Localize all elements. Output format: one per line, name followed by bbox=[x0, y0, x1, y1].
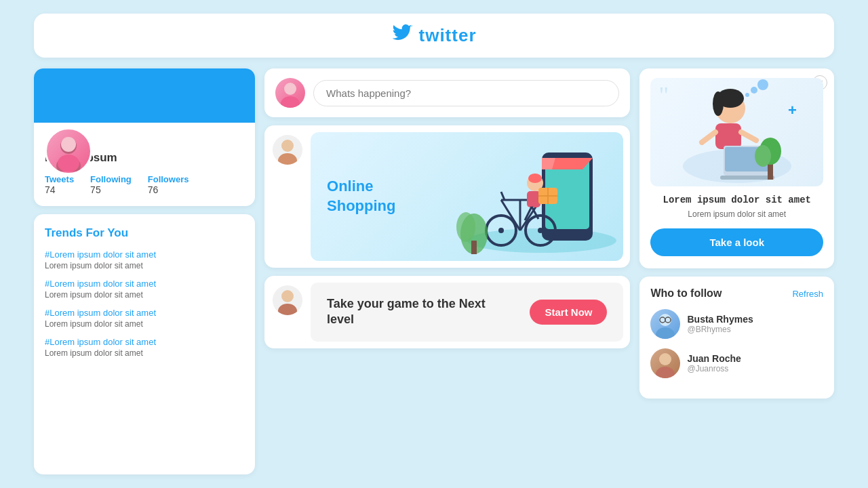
svg-point-38 bbox=[713, 92, 724, 116]
trend-desc-3: Lorem ipsum dolor sit amet bbox=[45, 319, 244, 329]
svg-point-16 bbox=[538, 228, 543, 233]
middle-column: Online Shopping bbox=[264, 68, 630, 474]
follow-title: Who to follow bbox=[650, 287, 722, 300]
follow-avatar-juan bbox=[650, 348, 680, 378]
trend-tag-1: #Lorem ipsum dolor sit amet bbox=[45, 249, 244, 260]
svg-point-47 bbox=[755, 145, 771, 167]
svg-point-2 bbox=[61, 137, 76, 152]
follow-handle-1: @BRhymes bbox=[687, 325, 753, 334]
promo-desc: Lorem ipsum dolor sit amet bbox=[650, 209, 823, 219]
post-avatar-shopping bbox=[273, 135, 302, 165]
svg-line-40 bbox=[702, 132, 715, 142]
tweets-stat: Tweets 74 bbox=[45, 174, 74, 195]
follow-user-2[interactable]: Juan Roche @Juanross bbox=[650, 348, 823, 378]
game-post-card: Take your game to the Next level Start N… bbox=[264, 276, 630, 348]
trend-tag-2: #Lorem ipsum dolor sit amet bbox=[45, 279, 244, 289]
start-now-button[interactable]: Start Now bbox=[530, 300, 607, 325]
svg-rect-44 bbox=[720, 176, 774, 180]
shopping-title-area: Online Shopping bbox=[311, 132, 406, 261]
shopping-post-card: Online Shopping bbox=[264, 125, 630, 268]
follow-avatar-busta bbox=[650, 309, 680, 339]
promo-card: ✕ " bbox=[639, 68, 834, 268]
svg-point-6 bbox=[281, 140, 294, 152]
follow-name-2: Juan Roche bbox=[687, 353, 741, 364]
trend-desc-1: Lorem ipsum dolor sit amet bbox=[45, 261, 244, 270]
tweets-value: 74 bbox=[45, 184, 74, 195]
list-item[interactable]: #Lorem ipsum dolor sit amet Lorem ipsum … bbox=[45, 337, 244, 358]
profile-stats: Tweets 74 Following 75 Followers 76 bbox=[45, 174, 244, 195]
follow-header: Who to follow Refresh bbox=[650, 287, 823, 300]
header-bar: twitter bbox=[34, 14, 834, 58]
svg-point-3 bbox=[58, 155, 79, 171]
shopping-title: Online Shopping bbox=[327, 177, 395, 216]
trend-tag-4: #Lorem ipsum dolor sit amet bbox=[45, 337, 244, 347]
quote-decoration: " bbox=[658, 83, 669, 108]
follow-name-1: Busta Rhymes bbox=[687, 314, 753, 325]
main-layout: Lorem Ipsum Tweets 74 Following 75 Follo… bbox=[34, 68, 834, 474]
game-title: Take your game to the Next level bbox=[327, 296, 503, 328]
twitter-wordmark: twitter bbox=[419, 25, 477, 46]
follow-user-info-1: Busta Rhymes @BRhymes bbox=[687, 314, 753, 334]
trend-desc-2: Lorem ipsum dolor sit amet bbox=[45, 290, 244, 300]
avatar bbox=[45, 127, 92, 175]
tweet-compose-box bbox=[264, 68, 630, 117]
profile-banner bbox=[34, 68, 255, 123]
list-item[interactable]: #Lorem ipsum dolor sit amet Lorem ipsum … bbox=[45, 249, 244, 270]
svg-point-4 bbox=[284, 83, 296, 95]
following-stat: Following 75 bbox=[90, 174, 132, 195]
followers-stat: Followers 76 bbox=[148, 174, 189, 195]
following-value: 75 bbox=[90, 184, 132, 195]
svg-line-41 bbox=[741, 132, 756, 140]
followers-value: 76 bbox=[148, 184, 189, 195]
profile-info: Lorem Ipsum Tweets 74 Following 75 Follo… bbox=[34, 151, 255, 206]
trend-tag-3: #Lorem ipsum dolor sit amet bbox=[45, 308, 244, 318]
svg-rect-32 bbox=[471, 241, 477, 254]
shopping-illustration bbox=[406, 132, 623, 261]
svg-point-57 bbox=[659, 353, 671, 365]
trends-card: Trends For You #Lorem ipsum dolor sit am… bbox=[34, 214, 255, 474]
follow-handle-2: @Juanross bbox=[687, 364, 741, 373]
who-to-follow-card: Who to follow Refresh Busta Rhymes bbox=[639, 277, 834, 399]
list-item[interactable]: #Lorem ipsum dolor sit amet Lorem ipsum … bbox=[45, 279, 244, 300]
svg-text:+: + bbox=[788, 102, 797, 119]
twitter-bird-icon bbox=[392, 24, 412, 47]
svg-point-53 bbox=[656, 327, 675, 339]
following-label: Following bbox=[90, 174, 132, 184]
trends-title: Trends For You bbox=[45, 226, 244, 240]
profile-card: Lorem Ipsum Tweets 74 Following 75 Follo… bbox=[34, 68, 255, 206]
promo-title: Lorem ipsum dolor sit amet bbox=[650, 195, 823, 205]
follow-user-info-2: Juan Roche @Juanross bbox=[687, 353, 741, 373]
follow-user-1[interactable]: Busta Rhymes @BRhymes bbox=[650, 309, 823, 339]
followers-label: Followers bbox=[148, 174, 189, 184]
svg-point-50 bbox=[751, 87, 757, 94]
tweet-input[interactable] bbox=[313, 80, 619, 106]
shopping-banner: Online Shopping bbox=[311, 132, 623, 261]
svg-point-14 bbox=[498, 228, 504, 233]
list-item[interactable]: #Lorem ipsum dolor sit amet Lorem ipsum … bbox=[45, 308, 244, 329]
svg-point-7 bbox=[278, 153, 297, 165]
left-column: Lorem Ipsum Tweets 74 Following 75 Follo… bbox=[34, 68, 255, 474]
trend-desc-4: Lorem ipsum dolor sit amet bbox=[45, 348, 244, 358]
take-look-button[interactable]: Take a look bbox=[650, 228, 823, 256]
compose-avatar bbox=[275, 78, 305, 108]
svg-point-31 bbox=[456, 212, 475, 242]
svg-point-33 bbox=[281, 290, 294, 302]
post-avatar-game bbox=[273, 285, 302, 315]
twitter-logo: twitter bbox=[392, 24, 477, 47]
tweets-label: Tweets bbox=[45, 174, 74, 184]
promo-illustration: " bbox=[650, 78, 823, 186]
shopping-post-content: Online Shopping bbox=[311, 125, 630, 268]
svg-point-34 bbox=[278, 304, 297, 315]
refresh-button[interactable]: Refresh bbox=[792, 289, 823, 299]
right-column: ✕ " bbox=[639, 68, 834, 474]
svg-rect-39 bbox=[715, 123, 741, 149]
svg-point-58 bbox=[656, 367, 675, 378]
svg-line-29 bbox=[501, 192, 505, 200]
svg-point-49 bbox=[745, 93, 749, 97]
svg-point-5 bbox=[281, 96, 300, 108]
svg-point-51 bbox=[757, 79, 768, 90]
svg-point-22 bbox=[528, 174, 542, 183]
game-card-content: Take your game to the Next level Start N… bbox=[311, 283, 623, 342]
